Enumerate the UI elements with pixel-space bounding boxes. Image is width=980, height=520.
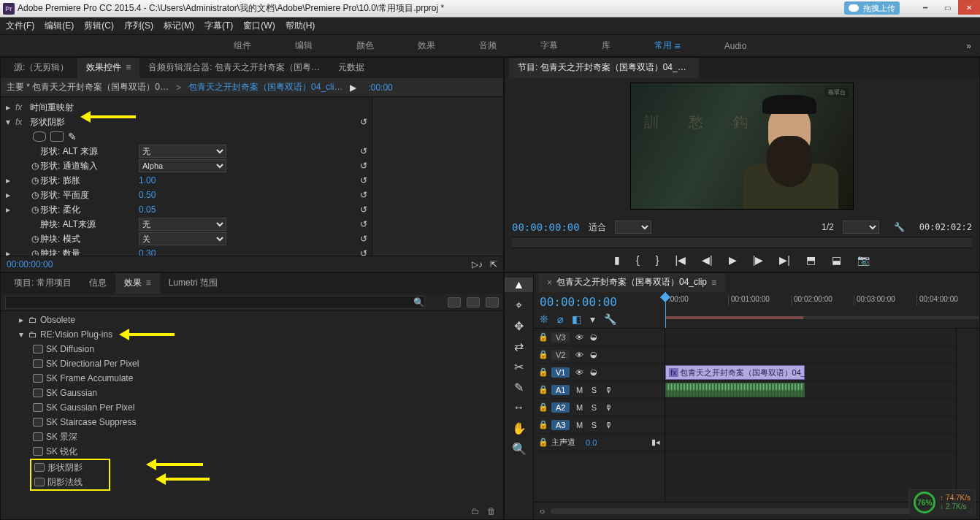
twirl-icon[interactable]: ▾ xyxy=(4,117,12,127)
preset-sk-frame-acc[interactable]: SK Frame Accumulate xyxy=(1,371,503,386)
workspace-audio2[interactable]: Audio xyxy=(717,35,754,56)
record-icon[interactable]: 🎙 xyxy=(603,386,613,394)
program-fit-select[interactable] xyxy=(615,221,651,234)
program-timecode[interactable]: 00:00:00:00 xyxy=(512,221,580,233)
video-clip[interactable]: fx包青天之开封奇案（国粤双语）04_clip.mp4 [V] xyxy=(665,365,805,380)
tab-metadata[interactable]: 元数据 xyxy=(329,57,373,78)
lock-icon[interactable]: 🔒 xyxy=(538,402,547,412)
timeline-track-area[interactable]: fx包青天之开封奇案（国粤双语）04_clip.mp4 [V] xyxy=(665,329,956,502)
preset-shape-shadow[interactable]: 形状阴影 xyxy=(31,460,109,475)
preset-sk-dpp[interactable]: SK Directional Per Pixel xyxy=(1,356,503,371)
reset-icon[interactable]: ↺ xyxy=(360,117,367,127)
stopwatch-icon[interactable]: ◷ xyxy=(30,161,40,171)
menu-marker[interactable]: 标记(M) xyxy=(164,20,194,32)
panel-menu-icon[interactable]: ≡ xyxy=(146,278,151,288)
program-zoom-select[interactable] xyxy=(843,221,879,234)
selection-tool-icon[interactable]: ▲ xyxy=(505,278,533,292)
panel-menu-icon[interactable]: ≡ xyxy=(711,278,716,288)
lock-icon[interactable]: 🔒 xyxy=(538,385,547,394)
panel-menu-icon[interactable]: ≡ xyxy=(126,62,131,72)
solo-icon[interactable]: S xyxy=(589,386,599,394)
mass-mode-select[interactable]: 关 xyxy=(139,232,226,245)
slip-tool-icon[interactable]: ↔ xyxy=(505,400,533,415)
shape-expand-value[interactable]: 1.00 xyxy=(139,175,226,186)
folder-obsolete[interactable]: ▸🗀Obsolete xyxy=(1,313,503,327)
toggle-output-icon[interactable]: ◒ xyxy=(589,350,599,359)
tab-program[interactable]: 节目: 包青天之开封奇案（国粤双语）04_clip≡ xyxy=(509,57,699,78)
clip-link[interactable]: 包青天之开封奇案（国粤双语）04_cli… xyxy=(188,81,342,93)
timeline-timecode[interactable]: 00:00:00:00 xyxy=(540,295,659,309)
toggle-output-icon[interactable]: ◒ xyxy=(589,367,599,377)
preset-sk-diffusion[interactable]: SK Diffusion xyxy=(1,342,503,356)
lift-icon[interactable]: ⬒ xyxy=(806,254,816,266)
mute-icon[interactable]: M xyxy=(574,386,584,394)
tab-effects[interactable]: 效果≡ xyxy=(115,272,160,294)
record-icon[interactable]: 🎙 xyxy=(603,403,613,412)
go-to-in-icon[interactable]: |◀ xyxy=(675,254,686,266)
solo-icon[interactable]: S xyxy=(589,403,599,412)
new-bin-icon[interactable]: 🗀 xyxy=(471,506,480,516)
mute-icon[interactable]: M xyxy=(574,421,584,429)
stopwatch-icon[interactable]: ◷ xyxy=(30,175,40,186)
workspace-editing[interactable]: 编辑 xyxy=(288,35,320,56)
mute-icon[interactable]: M xyxy=(574,403,584,412)
shape-channel-select[interactable]: Alpha xyxy=(139,159,226,172)
workspace-audio[interactable]: 音频 xyxy=(472,35,504,56)
solo-icon[interactable]: S xyxy=(589,421,599,429)
network-speed-widget[interactable]: 76% ↑ 74.7K/s ↓ 2.7K/s xyxy=(908,489,976,516)
linked-sel-icon[interactable]: ⌀ xyxy=(557,313,563,325)
timeline-ruler[interactable]: :00:00 00:01:00:00 00:02:00:00 00:03:00:… xyxy=(665,292,979,328)
pen-tool-icon[interactable]: ✎ xyxy=(505,380,533,394)
track-v2-header[interactable]: 🔒V2👁◒ xyxy=(534,346,665,364)
tab-effect-controls[interactable]: 效果控件≡ xyxy=(77,57,139,78)
track-a1-header[interactable]: 🔒A1MS🎙 xyxy=(534,381,665,399)
timeline-scroll-left[interactable]: ○ xyxy=(540,506,545,516)
audio-clip-a1[interactable] xyxy=(665,383,805,397)
play-only-icon[interactable]: ▶ xyxy=(350,83,356,93)
step-back-icon[interactable]: ◀| xyxy=(702,254,713,266)
reset-icon[interactable]: ↺ xyxy=(360,234,367,244)
ellipse-mask-icon[interactable] xyxy=(33,131,46,142)
toggle-output-icon[interactable]: ◒ xyxy=(589,332,599,342)
play-icon[interactable]: ▶ xyxy=(729,254,737,266)
track-a2-header[interactable]: 🔒A2MS🎙 xyxy=(534,399,665,416)
settings-icon[interactable]: ▾ xyxy=(590,313,595,325)
shape-flat-value[interactable]: 0.50 xyxy=(139,190,226,200)
stopwatch-icon[interactable]: ◷ xyxy=(30,248,40,256)
preset-sk-sharpen[interactable]: SK 锐化 xyxy=(1,444,503,459)
shape-soft-value[interactable]: 0.05 xyxy=(139,204,226,215)
effect-footer-timecode[interactable]: 00:00:00:00 xyxy=(7,259,53,269)
workspace-assembly[interactable]: 组件 xyxy=(226,35,259,56)
timeline-sequence-tab[interactable]: × 包青天之开封奇案（国粤双语）04_clip ≡ xyxy=(538,273,725,292)
effect-keyframe-area[interactable] xyxy=(372,97,503,256)
track-v1-header[interactable]: 🔒V1👁◒ xyxy=(534,364,665,381)
minimize-button[interactable]: ━ xyxy=(914,0,936,15)
reset-icon[interactable]: ↺ xyxy=(360,161,367,171)
reset-icon[interactable]: ↺ xyxy=(360,146,367,156)
workspace-menu-icon[interactable]: ≡ xyxy=(675,40,681,52)
panel-menu-icon[interactable]: ≡ xyxy=(695,62,699,72)
playhead[interactable] xyxy=(665,292,666,328)
menu-edit[interactable]: 编辑(E) xyxy=(45,20,74,32)
menu-file[interactable]: 文件(F) xyxy=(6,20,34,32)
mark-out-button[interactable]: } xyxy=(656,254,659,266)
program-mini-ruler[interactable] xyxy=(512,237,972,248)
tab-source[interactable]: 源:（无剪辑） xyxy=(5,57,77,78)
program-video-view[interactable]: 訓 愁 鈎 翡翠台 xyxy=(630,83,854,210)
workspace-color[interactable]: 颜色 xyxy=(349,35,381,56)
lock-icon[interactable]: 🔒 xyxy=(538,420,547,429)
tab-project[interactable]: 项目: 常用项目 xyxy=(5,272,80,294)
extract-icon[interactable]: ⬓ xyxy=(832,254,841,266)
fx-badge-accel[interactable] xyxy=(448,297,461,307)
close-tab-icon[interactable]: × xyxy=(547,278,552,288)
go-to-out-icon[interactable]: ▶| xyxy=(779,254,790,266)
rolling-tool-icon[interactable]: ⇄ xyxy=(505,339,533,353)
lock-icon[interactable]: 🔒 xyxy=(538,367,547,377)
workspace-overflow[interactable]: » xyxy=(966,41,971,51)
meter-icon[interactable]: ▮◂ xyxy=(651,437,660,447)
pen-mask-icon[interactable]: ✎ xyxy=(68,131,77,142)
effects-search-input[interactable] xyxy=(5,296,425,309)
zoom-tool-icon[interactable]: 🔍 xyxy=(505,441,533,456)
export-icon[interactable]: ⇱ xyxy=(490,259,497,269)
reset-icon[interactable]: ↺ xyxy=(360,190,367,200)
